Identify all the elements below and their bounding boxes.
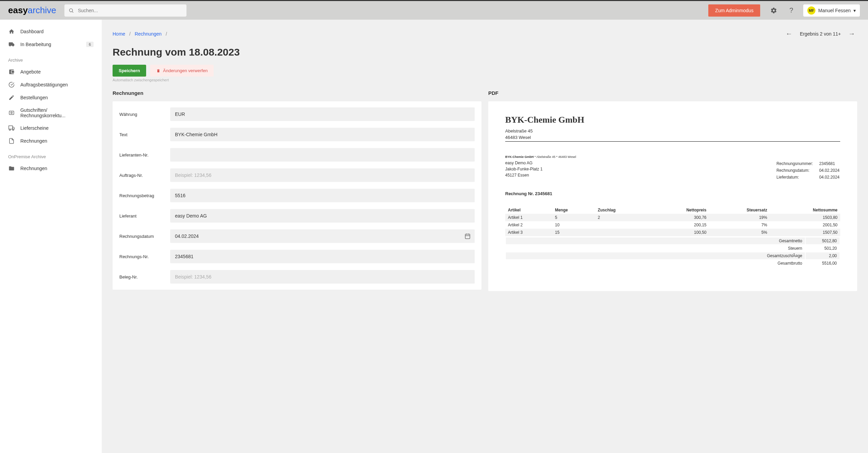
sidebar-item-angebote[interactable]: Angebote (0, 65, 102, 78)
main-content: Home / Rechnungen / ← Ergebnis 2 von 11+… (102, 20, 868, 453)
form-panel: Rechnungen Währung Text Lieferanten-Nr. … (113, 90, 481, 291)
sidebar-label: Bestellungen (20, 95, 48, 100)
breadcrumb-sep: / (129, 31, 131, 37)
pdf-totals: Gesamtnetto5012,80 Steuern501,20 Gesamtz… (505, 237, 840, 267)
prev-result-button[interactable]: ← (784, 28, 794, 40)
label-auftrags-nr: Auftrags-Nr. (119, 173, 170, 178)
sidebar-item-auftragsbestaetigungen[interactable]: Auftragsbestätigungen (0, 78, 102, 91)
pdf-recipient: easy Demo AG Jakob-Funke-Platz 1 45127 E… (505, 160, 542, 181)
table-row: Artikel 315100,505%1507,50 (505, 229, 840, 236)
svg-point-6 (13, 129, 14, 130)
label-rechnungs-nr: Rechnungs-Nr. (119, 254, 170, 259)
topbar: easyarchive Zum Adminmodus ? MF Manuel F… (0, 0, 868, 20)
input-rechnungsdatum[interactable] (170, 229, 475, 243)
input-lieferanten-nr[interactable] (170, 148, 475, 162)
input-rechnungsbetrag[interactable] (170, 189, 475, 202)
svg-rect-7 (465, 234, 470, 239)
sidebar-item-in-bearbeitung[interactable]: In Bearbeitung 6 (0, 38, 102, 51)
breadcrumb-rechnungen[interactable]: Rechnungen (135, 31, 161, 37)
logo[interactable]: easyarchive (8, 5, 56, 16)
sidebar-item-rechnungen[interactable]: Rechnungen (0, 135, 102, 147)
svg-point-5 (9, 129, 11, 130)
confirm-icon (8, 82, 15, 88)
logo-part1: easy (8, 5, 28, 16)
help-icon: ? (789, 6, 793, 14)
pdf-company: BYK-Chemie GmbH (505, 115, 840, 125)
avatar: MF (807, 6, 815, 15)
sidebar-label: Rechnungen (20, 138, 47, 144)
sidebar-item-lieferscheine[interactable]: Lieferscheine (0, 122, 102, 135)
edit-icon (8, 95, 15, 101)
table-row: Artikel 152300,7619%1503,80 (505, 214, 840, 221)
breadcrumb-sep: / (166, 31, 167, 37)
result-nav-label: Ergebnis 2 von 11+ (800, 31, 841, 37)
svg-rect-4 (9, 126, 13, 129)
sidebar-label: Rechnungen (20, 166, 47, 171)
pdf-invoice-title: Rechnung Nr. 2345681 (505, 191, 840, 196)
next-result-button[interactable]: → (846, 28, 857, 40)
label-waehrung: Währung (119, 112, 170, 117)
sidebar-label: Gutschriften/ Rechnungskorrektu... (20, 107, 94, 118)
sidebar-label: In Bearbeitung (20, 42, 51, 47)
svg-point-3 (11, 112, 13, 114)
credit-icon (8, 110, 15, 116)
svg-line-1 (72, 12, 73, 13)
search-wrap (64, 4, 186, 17)
sidebar-item-dashboard[interactable]: Dashboard (0, 25, 102, 38)
processing-icon (8, 41, 15, 47)
user-name: Manuel Fessen (818, 8, 851, 13)
autosave-hint: Automatisch zwischengespeichert (113, 78, 857, 82)
help-button[interactable]: ? (787, 4, 795, 16)
form-panel-title: Rechnungen (113, 90, 481, 96)
page-title: Rechnung vom 18.08.2023 (113, 46, 857, 58)
label-rechnungsbetrag: Rechnungsbetrag (119, 193, 170, 198)
settings-button[interactable] (768, 5, 779, 16)
discard-button[interactable]: Änderungen verwerfen (150, 65, 214, 77)
sidebar-label: Auftragsbestätigungen (20, 82, 68, 87)
admin-mode-button[interactable]: Zum Adminmodus (708, 4, 760, 17)
input-lieferant[interactable] (170, 209, 475, 223)
pdf-panel-title: PDF (488, 90, 857, 96)
result-nav: ← Ergebnis 2 von 11+ → (784, 28, 857, 40)
sidebar-label: Angebote (20, 69, 41, 75)
calendar-icon[interactable] (465, 233, 471, 239)
input-rechnungs-nr[interactable] (170, 250, 475, 263)
pdf-street: Abelstraße 45 (505, 128, 840, 133)
user-menu[interactable]: MF Manuel Fessen ▾ (803, 4, 860, 17)
pdf-sender-line: BYK-Chemie GmbH * Abelstraße 45 * 46483 … (505, 155, 840, 159)
label-lieferant: Lieferant (119, 213, 170, 219)
offer-icon (8, 69, 15, 75)
sidebar-item-bestellungen[interactable]: Bestellungen (0, 91, 102, 104)
pdf-preview: BYK-Chemie GmbH Abelstraße 45 46483 Wese… (488, 101, 857, 291)
input-waehrung[interactable] (170, 107, 475, 121)
sidebar-label: Dashboard (20, 29, 44, 34)
table-row: Artikel 210200,157%2001,50 (505, 221, 840, 229)
pdf-panel: PDF BYK-Chemie GmbH Abelstraße 45 46483 … (488, 90, 857, 291)
discard-label: Änderungen verwerfen (163, 68, 208, 73)
sidebar-section-onpremise: OnPremise Archive (0, 147, 102, 162)
breadcrumb-home[interactable]: Home (113, 31, 125, 37)
trash-icon (156, 69, 160, 73)
file-icon (8, 138, 15, 144)
sidebar-section-archive: Archive (0, 51, 102, 65)
search-input[interactable] (64, 4, 186, 17)
home-icon (8, 28, 15, 35)
input-text[interactable] (170, 128, 475, 141)
label-rechnungsdatum: Rechnungsdatum (119, 234, 170, 239)
sidebar-label: Lieferscheine (20, 125, 48, 131)
pdf-divider (505, 141, 840, 142)
input-auftrags-nr[interactable] (170, 168, 475, 182)
save-button[interactable]: Speichern (113, 65, 146, 77)
gear-icon (770, 7, 777, 14)
label-text: Text (119, 132, 170, 137)
svg-point-0 (69, 8, 72, 12)
search-icon (68, 8, 74, 13)
pdf-items-table: ArtikelMengeZuschlagNettopreisSteuersatz… (505, 206, 840, 236)
breadcrumb: Home / Rechnungen / (113, 31, 167, 37)
sidebar-item-gutschriften[interactable]: Gutschriften/ Rechnungskorrektu... (0, 104, 102, 122)
input-beleg-nr[interactable] (170, 270, 475, 284)
chevron-down-icon: ▾ (853, 8, 856, 13)
sidebar-item-onpremise-rechnungen[interactable]: Rechnungen (0, 162, 102, 175)
arrow-right-icon: → (848, 30, 855, 37)
delivery-icon (8, 125, 15, 131)
